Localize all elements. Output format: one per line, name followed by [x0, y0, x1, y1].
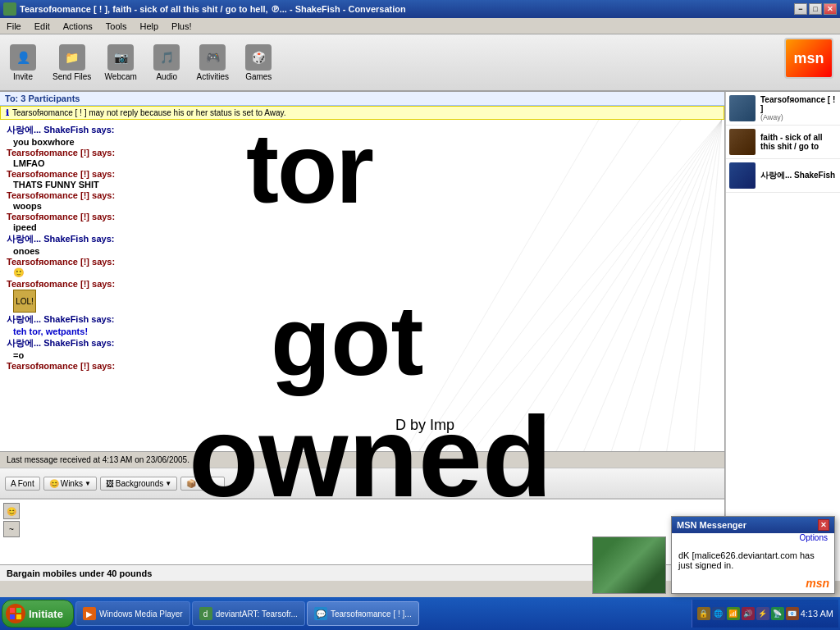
app-icon	[3, 2, 16, 16]
backgrounds-button[interactable]: 🖼 Backgrounds ▼	[100, 477, 177, 491]
taskbar-item-1[interactable]: ▶ Windows Media Player	[75, 601, 190, 626]
contact-item-2[interactable]: faith - sick of all this shit / go to	[726, 126, 840, 159]
winks-icon: 😊	[49, 479, 59, 488]
font-icon: A	[11, 479, 16, 488]
msg-text: =o	[7, 350, 718, 360]
taskbar-item-2[interactable]: d deviantART: Tearsofr...	[192, 601, 305, 626]
msg-text: LOL!	[7, 290, 718, 313]
chat-messages[interactable]: 사랑에... ShakeFish says: you boxwhore Tear…	[0, 120, 724, 451]
chat-status-bar: Last message received at 4:13 AM on 23/0…	[0, 451, 724, 468]
msg-line: Tearsofяomance [!] says:	[7, 169, 718, 179]
webcam-button[interactable]: 📷 Webcam	[104, 44, 137, 81]
close-button[interactable]: ✕	[824, 3, 837, 15]
info-icon: ℹ	[6, 108, 9, 117]
minimize-button[interactable]: −	[794, 3, 807, 15]
svg-rect-14	[16, 608, 21, 613]
games-button[interactable]: 🎲 Games	[242, 44, 275, 81]
activities-icon: 🎮	[199, 44, 226, 71]
msg-line: Tearsofяomance [!] says:	[7, 148, 718, 158]
invite-button[interactable]: 👤 Invite	[7, 44, 39, 81]
menu-bar: File Edit Actions Tools Help Plus!	[0, 18, 840, 34]
font-button[interactable]: A Font	[5, 477, 40, 491]
msg-line: 사랑에... ShakeFish says:	[7, 124, 718, 136]
msg-line: 사랑에... ShakeFish says:	[7, 313, 718, 326]
menu-help[interactable]: Help	[136, 20, 162, 33]
backgrounds-icon: 🖼	[106, 479, 114, 488]
msg-line: Tearsofяomance [!] says:	[7, 361, 718, 371]
thumbnail-image	[593, 537, 665, 593]
msg-text: THATS FUNNY SHIT	[7, 180, 718, 189]
winks-button[interactable]: 😊 Winks ▼	[43, 477, 97, 491]
tray-icon-6: 📡	[771, 607, 784, 620]
packs-button[interactable]: 📦 Pac...	[180, 477, 225, 491]
winks-arrow-icon: ▼	[84, 480, 91, 487]
system-tray: 🔒 🌐 📶 🔊 ⚡ 📡 📧 4:13 AM	[692, 600, 838, 628]
format-bar: A Font 😊 Winks ▼ 🖼 Backgrounds ▼ 📦 Pac..…	[0, 468, 724, 499]
msg-text: you boxwhore	[7, 137, 718, 147]
audio-button[interactable]: 🎵 Audio	[150, 44, 183, 81]
svg-rect-16	[16, 614, 21, 619]
menu-actions[interactable]: Actions	[60, 20, 96, 33]
tray-icon-1: 🔒	[697, 607, 710, 620]
taskbar-item-3[interactable]: 💬 Tearsofяomance [ ! ]...	[307, 601, 419, 626]
msn-popup: MSN Messenger ✕ Options dK [malice626.de…	[671, 516, 835, 594]
toolbar: 👤 Invite 📁 Send Files 📷 Webcam 🎵 Audio 🎮…	[0, 34, 840, 92]
popup-msn-logo: msn	[806, 577, 829, 590]
msg-text: woops	[7, 201, 718, 211]
lol-emoji: LOL!	[13, 290, 36, 313]
msg-line: 사랑에... ShakeFish says:	[7, 233, 718, 245]
msg-text: LMFAO	[7, 158, 718, 168]
right-panel: Tearsofяomance [ ! ] (Away) faith - sick…	[725, 92, 840, 581]
overlay-credit: D by Imp	[394, 415, 456, 436]
taskbar-items: ▶ Windows Media Player d deviantART: Tea…	[75, 601, 690, 626]
contact-info-3: 사랑에... ShakeFish	[760, 170, 835, 181]
send-files-button[interactable]: 📁 Send Files	[52, 44, 91, 81]
info-bar: ℹ Tearsofяomance [ ! ] may not reply bec…	[0, 106, 724, 120]
contact-info-1: Tearsofяomance [ ! ] (Away)	[760, 95, 837, 121]
popup-title-bar: MSN Messenger ✕	[672, 517, 834, 533]
invite-icon: 👤	[10, 44, 36, 71]
windows-logo-icon	[6, 604, 25, 623]
msn-taskbar-icon: 💬	[314, 607, 327, 620]
menu-file[interactable]: File	[3, 20, 25, 33]
contact-avatar-3	[729, 162, 756, 189]
contact-info-2: faith - sick of all this shit / go to	[760, 133, 837, 151]
packs-icon: 📦	[186, 479, 196, 488]
menu-edit[interactable]: Edit	[31, 20, 53, 33]
send-files-icon: 📁	[59, 44, 85, 71]
msg-text: ipeed	[7, 222, 718, 232]
games-icon: 🎲	[245, 44, 272, 71]
wmp-icon: ▶	[83, 607, 96, 620]
svg-rect-13	[10, 608, 15, 613]
tray-icon-4: 🔊	[742, 607, 755, 620]
maximize-button[interactable]: □	[809, 3, 822, 15]
msg-line: Tearsofяomance [!] says:	[7, 190, 718, 200]
emoticon-button[interactable]: 😊	[3, 503, 20, 519]
chat-panel: To: 3 Participants ℹ Tearsofяomance [ ! …	[0, 92, 725, 581]
msg-line: 사랑에... ShakeFish says:	[7, 337, 718, 349]
contact-item-1[interactable]: Tearsofяomance [ ! ] (Away)	[726, 92, 840, 126]
window-controls: − □ ✕	[794, 3, 837, 15]
tray-icon-3: 📶	[727, 607, 740, 620]
nudge-button[interactable]: ~	[3, 521, 20, 537]
contact-item-3[interactable]: 사랑에... ShakeFish	[726, 159, 840, 193]
window-title: Tearsofяomance [ ! ], faith - sick of al…	[20, 4, 406, 15]
deviantart-icon: d	[199, 607, 212, 620]
popup-close-button[interactable]: ✕	[818, 519, 829, 531]
menu-plus[interactable]: Plus!	[168, 20, 194, 33]
webcam-icon: 📷	[107, 44, 134, 71]
tray-icon-7: 📧	[786, 607, 799, 620]
thumbnail-box	[592, 536, 666, 594]
svg-rect-15	[10, 614, 15, 619]
msg-text: teh tor, wetpants!	[7, 326, 718, 336]
popup-options[interactable]: Options	[672, 533, 834, 546]
msg-text: onoes	[7, 246, 718, 256]
activities-button[interactable]: 🎮 Activities	[196, 44, 229, 81]
popup-body: dK [malice626.deviantart.com has just si…	[672, 546, 834, 575]
title-bar: Tearsofяomance [ ! ], faith - sick of al…	[0, 0, 840, 18]
menu-tools[interactable]: Tools	[103, 20, 130, 33]
tray-icon-5: ⚡	[756, 607, 769, 620]
input-side-buttons: 😊 ~	[3, 503, 20, 561]
backgrounds-arrow-icon: ▼	[165, 480, 171, 487]
start-button[interactable]: Initiate	[2, 600, 74, 628]
